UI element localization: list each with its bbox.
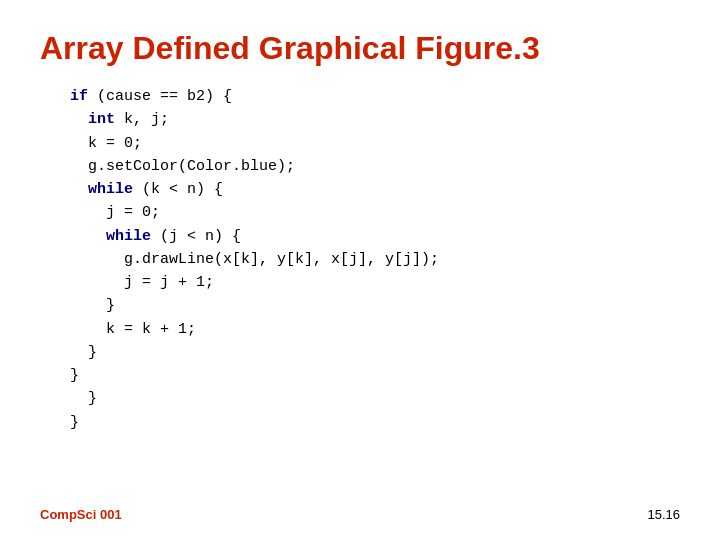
code-line-3: k = 0; (70, 132, 680, 155)
code-line-6: j = 0; (70, 201, 680, 224)
code-line-15: } (70, 411, 680, 434)
footer-page: 15.16 (647, 507, 680, 522)
code-line-11: k = k + 1; (70, 318, 680, 341)
footer: CompSci 001 15.16 (40, 507, 680, 522)
code-line-9: j = j + 1; (70, 271, 680, 294)
code-line-4: g.setColor(Color.blue); (70, 155, 680, 178)
code-line-7: while (j < n) { (70, 225, 680, 248)
slide-title: Array Defined Graphical Figure.3 (40, 30, 680, 67)
code-line-14: } (70, 387, 680, 410)
slide: Array Defined Graphical Figure.3 if (cau… (0, 0, 720, 540)
code-line-2: int k, j; (70, 108, 680, 131)
code-line-8: g.drawLine(x[k], y[k], x[j], y[j]); (70, 248, 680, 271)
code-line-10: } (70, 294, 680, 317)
code-line-1: if (cause == b2) { (70, 85, 680, 108)
code-line-13: } (70, 364, 680, 387)
code-block: if (cause == b2) { int k, j; k = 0; g.se… (70, 85, 680, 434)
code-line-12: } (70, 341, 680, 364)
code-line-5: while (k < n) { (70, 178, 680, 201)
footer-course: CompSci 001 (40, 507, 122, 522)
